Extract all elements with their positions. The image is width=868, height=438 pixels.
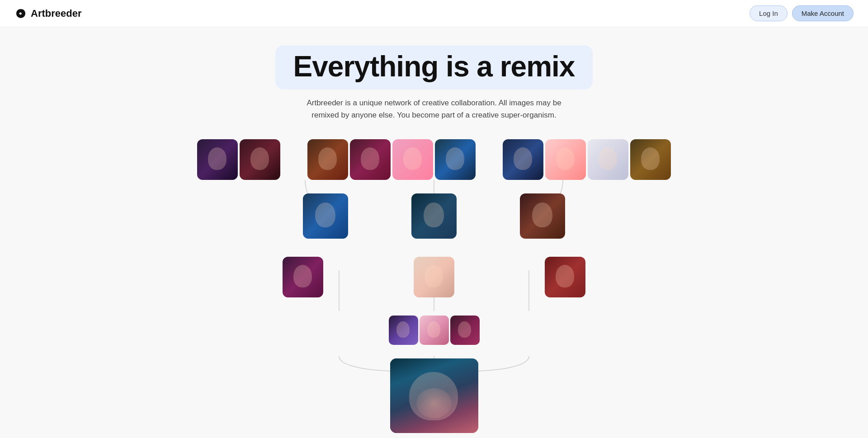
image-thumb[interactable] — [307, 139, 348, 180]
image-group-1 — [197, 139, 280, 180]
image-thumb[interactable] — [414, 257, 454, 297]
image-thumb[interactable] — [240, 139, 280, 180]
image-thumb[interactable] — [630, 139, 671, 180]
logo[interactable]: Artbreeder — [14, 7, 81, 20]
tree-row-5 — [231, 358, 637, 433]
image-thumb[interactable] — [389, 316, 418, 345]
image-thumb[interactable] — [303, 193, 348, 239]
hero-title-wrap: Everything is a remix — [275, 45, 593, 89]
image-thumb[interactable] — [392, 139, 433, 180]
final-image[interactable] — [390, 358, 478, 433]
image-thumb[interactable] — [350, 139, 391, 180]
image-thumb[interactable] — [283, 257, 323, 297]
image-group-3 — [503, 139, 671, 180]
nav-buttons: Log In Make Account — [750, 5, 854, 21]
logo-text: Artbreeder — [31, 8, 81, 19]
image-group-merged — [389, 316, 480, 345]
login-button[interactable]: Log In — [750, 5, 788, 21]
image-thumb[interactable] — [545, 139, 586, 180]
image-thumb[interactable] — [197, 139, 238, 180]
image-group-2 — [307, 139, 476, 180]
tree-area — [231, 139, 637, 433]
image-thumb[interactable] — [420, 316, 449, 345]
make-account-button[interactable]: Make Account — [792, 5, 854, 21]
tree-row-3 — [231, 257, 637, 297]
image-thumb[interactable] — [435, 139, 476, 180]
image-thumb[interactable] — [520, 193, 565, 239]
image-thumb[interactable] — [588, 139, 628, 180]
tree-row-2 — [231, 193, 637, 239]
image-thumb[interactable] — [545, 257, 585, 297]
hero-title: Everything is a remix — [293, 50, 575, 83]
hero-subtitle: Artbreeder is a unique network of creati… — [298, 97, 570, 121]
navbar: Artbreeder Log In Make Account — [0, 0, 868, 27]
tree-row-4 — [231, 316, 637, 345]
svg-point-0 — [20, 13, 22, 14]
image-thumb[interactable] — [411, 193, 457, 239]
image-thumb[interactable] — [450, 316, 480, 345]
tree-row-1 — [231, 139, 637, 180]
image-thumb[interactable] — [503, 139, 543, 180]
logo-icon — [14, 7, 27, 20]
